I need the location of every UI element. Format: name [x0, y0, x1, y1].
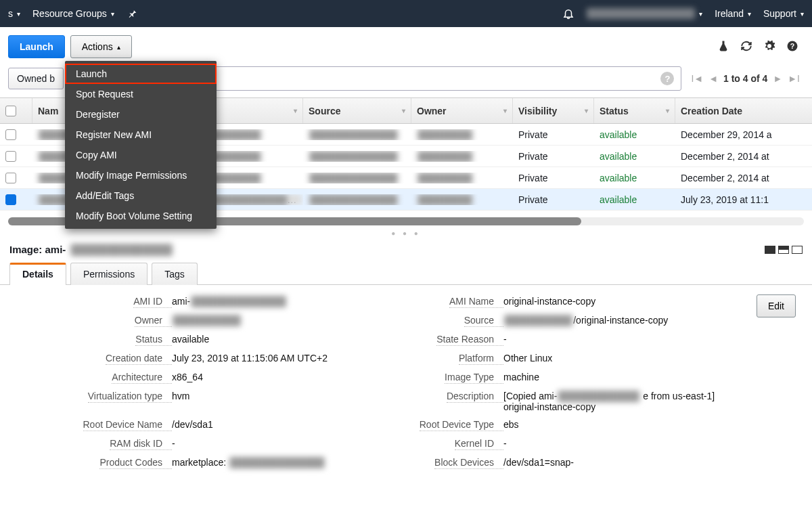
pager-last-icon[interactable]: ►I [788, 73, 800, 84]
label-state-reason: State Reason [436, 334, 503, 346]
label-image-type: Image Type [445, 372, 503, 384]
layout-full-icon[interactable] [765, 246, 775, 254]
launch-button[interactable]: Launch [8, 35, 65, 58]
label-ami-name: AMI Name [449, 296, 503, 308]
label-ami-id: AMI ID [133, 296, 172, 308]
actions-menu-modify-boot-volume[interactable]: Modify Boot Volume Setting [65, 206, 217, 226]
detail-title: Image: ami-██████████████ [9, 244, 173, 255]
label-architecture: Architecture [112, 372, 172, 384]
value-ram-disk-id: - [172, 438, 388, 449]
layout-split-icon[interactable] [778, 246, 789, 254]
detail-header: Image: ami-██████████████ [0, 240, 812, 262]
col-owner[interactable]: Owner▾ [411, 98, 513, 123]
label-virtualization: Virtualization type [88, 391, 172, 403]
pager: I◄ ◄ 1 to 4 of 4 ► ►I [687, 73, 804, 84]
actions-menu-register-new-ami[interactable]: Register New AMI [65, 125, 217, 145]
value-kernel-id: - [503, 438, 727, 449]
value-creation-date: July 23, 2019 at 11:15:06 AM UTC+2 [172, 353, 388, 364]
svg-text:?: ? [790, 41, 794, 49]
col-creation-date[interactable]: Creation Date [675, 98, 812, 123]
select-all-checkbox[interactable] [5, 106, 16, 116]
col-visibility[interactable]: Visibility▾ [513, 98, 594, 123]
label-root-device-name: Root Device Name [83, 419, 173, 431]
value-owner: ██████████ [172, 315, 388, 326]
actions-menu-add-edit-tags[interactable]: Add/Edit Tags [65, 185, 217, 206]
row-checkbox[interactable] [5, 151, 16, 162]
gear-icon[interactable] [763, 40, 775, 54]
col-source[interactable]: Source▾ [303, 98, 411, 123]
row-checkbox[interactable] [5, 194, 16, 205]
account-dropdown[interactable]: ▾ [587, 8, 702, 19]
actions-menu-modify-image-permissions[interactable]: Modify Image Permissions [65, 165, 217, 185]
value-block-devices: /dev/sda1=snap- [503, 457, 727, 468]
region-dropdown[interactable]: Ireland▾ [715, 8, 751, 19]
actions-menu: Launch Spot Request Deregister Register … [65, 61, 217, 229]
resource-groups-dropdown[interactable]: Resource Groups▾ [32, 8, 114, 19]
toolbar: Launch Actions▴ ? Launch Spot Request De… [0, 27, 812, 66]
value-description: [Copied ami-████████████ e from us-east-… [503, 391, 727, 412]
value-root-device-type: ebs [503, 419, 727, 430]
split-handle[interactable]: ● ● ● [0, 229, 812, 240]
tab-permissions[interactable]: Permissions [70, 263, 148, 285]
label-platform: Platform [459, 353, 503, 365]
row-checkbox[interactable] [5, 129, 16, 140]
details-panel: Edit AMI ID ami-██████████████ AMI Name … [0, 285, 812, 480]
actions-menu-deregister[interactable]: Deregister [65, 104, 217, 125]
pin-icon[interactable] [127, 7, 139, 20]
layout-switcher[interactable] [765, 246, 803, 254]
label-product-codes: Product Codes [99, 457, 172, 469]
value-ami-name: original-instance-copy [503, 296, 727, 307]
value-product-codes: marketplace: ██████████████ [172, 457, 388, 468]
help-icon[interactable]: ? [786, 40, 798, 54]
label-kernel-id: Kernel ID [455, 438, 503, 450]
actions-menu-spot-request[interactable]: Spot Request [65, 84, 217, 104]
label-description: Description [447, 391, 503, 403]
value-architecture: x86_64 [172, 372, 388, 382]
col-status[interactable]: Status▾ [594, 98, 675, 123]
bell-icon[interactable] [562, 7, 574, 20]
services-dropdown[interactable]: s▾ [8, 8, 20, 19]
detail-tabs: Details Permissions Tags [0, 262, 812, 285]
row-checkbox[interactable] [5, 173, 16, 183]
tab-details[interactable]: Details [9, 263, 66, 285]
search-help-icon[interactable]: ? [660, 72, 674, 85]
experiments-icon[interactable] [717, 40, 729, 54]
edit-button[interactable]: Edit [757, 294, 796, 317]
pager-prev-icon[interactable]: ◄ [708, 73, 718, 84]
actions-menu-launch[interactable]: Launch [65, 64, 217, 84]
label-creation-date: Creation date [106, 353, 172, 365]
tab-tags[interactable]: Tags [152, 263, 198, 285]
value-image-type: machine [503, 372, 727, 382]
value-virtualization: hvm [172, 391, 388, 401]
owned-by-filter[interactable]: Owned b [8, 68, 64, 89]
pager-text: 1 to 4 of 4 [723, 73, 767, 84]
pager-first-icon[interactable]: I◄ [691, 73, 703, 84]
pager-next-icon[interactable]: ► [773, 73, 782, 84]
label-ram-disk-id: RAM disk ID [110, 438, 172, 450]
top-nav: s▾ Resource Groups▾ ▾ Ireland▾ Support▾ [0, 0, 812, 27]
label-status: Status [135, 334, 172, 346]
value-platform: Other Linux [503, 353, 727, 364]
label-owner: Owner [135, 315, 172, 327]
value-source: ██████████/original-instance-copy [503, 315, 727, 326]
value-state-reason: - [503, 334, 727, 345]
actions-button[interactable]: Actions▴ [70, 35, 132, 58]
value-ami-id: ami-██████████████ [172, 296, 388, 307]
refresh-icon[interactable] [740, 40, 752, 54]
label-block-devices: Block Devices [434, 457, 503, 469]
value-status: available [172, 334, 388, 345]
layout-bottom-icon[interactable] [792, 246, 803, 254]
support-dropdown[interactable]: Support▾ [763, 8, 804, 19]
label-root-device-type: Root Device Type [420, 419, 503, 431]
actions-menu-copy-ami[interactable]: Copy AMI [65, 145, 217, 165]
value-root-device-name: /dev/sda1 [172, 419, 388, 430]
label-source: Source [464, 315, 503, 327]
